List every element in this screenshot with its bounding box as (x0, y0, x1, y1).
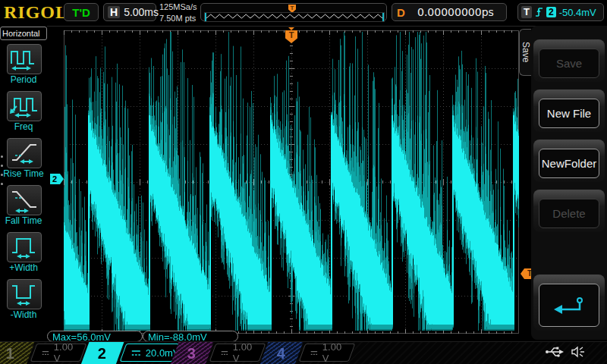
menu-button-plus-width[interactable]: +Width (0, 232, 47, 276)
rise-time-icon (7, 138, 42, 168)
memory-depth: 7.50M pts (159, 13, 197, 24)
delay-box: D 0.00000000ps (392, 3, 507, 21)
return-button[interactable] (539, 284, 599, 327)
horizontal-scale-value: 5.00ms (124, 6, 159, 18)
coupling-dc-icon (221, 350, 228, 356)
plus-width-icon (7, 232, 42, 262)
waveform-preview-box: T (200, 3, 387, 21)
channel-1-indicator[interactable]: 1 1.00 V (0, 342, 88, 364)
rising-edge-icon (535, 6, 543, 18)
acquisition-info: 125MSa/s 7.50M pts (159, 2, 197, 24)
menu-cell-new-file: New File (533, 89, 605, 132)
channel-4-scale: 1.00 V (322, 341, 344, 364)
save-menu-tab: Save (519, 29, 531, 76)
max-measurement: Max=56.0mV (47, 331, 143, 342)
trigger-level-value: -50.4mV (559, 7, 596, 18)
measure-menu-title: Horizontal (0, 27, 47, 40)
horizontal-label: H (108, 6, 120, 18)
delay-value: 0.00000000ps (410, 6, 502, 18)
min-measurement: Min=-88.0mV (143, 331, 238, 342)
trigger-status-text: T'D (72, 6, 90, 19)
menu-page-dots (1, 149, 5, 192)
status-icon-tray (545, 345, 586, 359)
fall-time-icon (7, 185, 42, 215)
beeper-icon (571, 345, 586, 359)
coupling-dc-icon (310, 350, 318, 356)
menu-cell-new-folder: NewFolder (533, 140, 605, 182)
delete-button[interactable]: Delete (539, 199, 599, 228)
preview-strip (204, 12, 385, 22)
coupling-dc-icon (42, 350, 49, 356)
channel-1-scale: 1.00 V (54, 341, 75, 364)
channel-3-scale: 1.00 V (233, 341, 254, 364)
minus-width-icon (7, 279, 42, 309)
menu-button-period[interactable]: Period (0, 44, 47, 88)
preview-waveform-icon (206, 13, 382, 20)
save-button[interactable]: Save (539, 49, 599, 78)
channel-2-indicator[interactable]: 2 20.0mV (90, 342, 178, 364)
channel-status-bar: 1 1.00 V 2 20.0mV 3 (0, 341, 607, 364)
menu-button-minus-width[interactable]: -Width (0, 279, 47, 323)
channel-4-indicator[interactable]: 4 1.00 V (269, 342, 357, 364)
measure-menu-panel: Horizontal Period Freq (0, 26, 47, 340)
coupling-dc-icon (131, 350, 141, 356)
delay-label: D (397, 6, 405, 19)
new-folder-button[interactable]: NewFolder (539, 149, 599, 178)
rigol-logo: RIGOL (4, 2, 68, 23)
trigger-status-badge: T'D (64, 3, 99, 21)
top-status-bar: RIGOL T'D H 5.00ms 125MSa/s 7.50M pts T … (0, 0, 607, 27)
freq-icon (7, 91, 42, 121)
waveform-display-area[interactable] (64, 30, 519, 334)
usb-icon (545, 345, 565, 359)
trigger-label: T (521, 6, 532, 18)
period-icon (7, 44, 42, 74)
sample-rate: 125MSa/s (159, 2, 197, 13)
menu-button-rise-time[interactable]: Rise Time (0, 138, 47, 182)
channel-3-indicator[interactable]: 3 1.00 V (179, 342, 267, 364)
menu-button-freq[interactable]: Freq (0, 91, 47, 135)
menu-cell-delete: Delete (533, 190, 605, 232)
horizontal-scale-box[interactable]: H 5.00ms (103, 3, 156, 21)
menu-cell-save: Save (533, 39, 605, 82)
trigger-info-box[interactable]: T 2 -50.4mV (517, 3, 604, 21)
menu-cell-return (533, 275, 605, 331)
trigger-source-badge: 2 (546, 7, 556, 17)
waveform-canvas[interactable] (64, 30, 519, 334)
channel2-offset-marker[interactable]: 2 (50, 174, 64, 184)
return-arrow-icon (552, 296, 586, 315)
trigger-position-marker[interactable]: T (285, 27, 297, 43)
new-file-button[interactable]: New File (539, 99, 599, 128)
preview-right-bracket (382, 13, 384, 21)
menu-button-fall-time[interactable]: Fall Time (0, 185, 47, 229)
